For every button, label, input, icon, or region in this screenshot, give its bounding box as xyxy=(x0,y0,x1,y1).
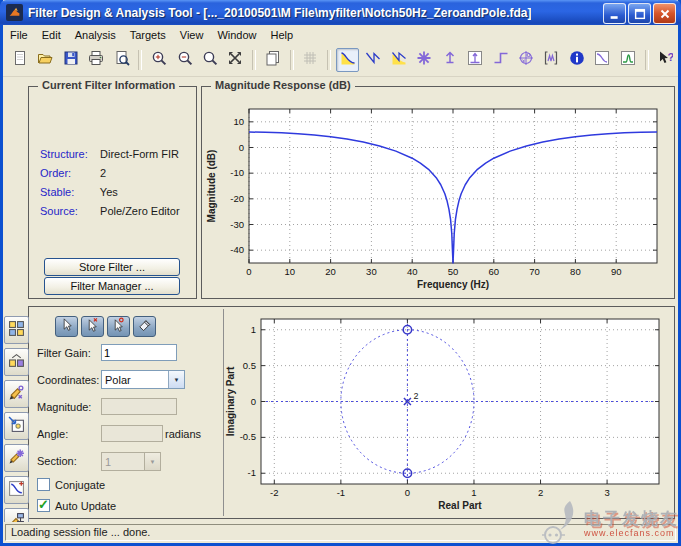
svg-text:2: 2 xyxy=(413,391,418,401)
zoom-out-icon xyxy=(177,50,193,70)
grid-icon xyxy=(302,50,318,70)
print-button[interactable] xyxy=(84,48,107,72)
title-bar: Filter Design & Analysis Tool - [..._201… xyxy=(0,0,681,25)
zoom-in-button[interactable] xyxy=(147,48,170,72)
stable-value: Yes xyxy=(100,186,118,198)
delete-pole-zero-button[interactable] xyxy=(133,316,156,337)
panel-title: Magnitude Response (dB) xyxy=(211,79,355,91)
add-zero-button[interactable] xyxy=(107,316,130,337)
svg-text:90: 90 xyxy=(611,266,622,277)
group-delay-button[interactable] xyxy=(412,48,435,72)
import-filter-icon xyxy=(8,416,25,437)
print-icon xyxy=(88,50,104,70)
coordinates-label: Coordinates: xyxy=(37,374,99,386)
svg-text:1: 1 xyxy=(471,487,476,498)
quantization-sidebar-button[interactable] xyxy=(4,444,29,472)
add-zero-icon xyxy=(111,317,126,336)
structure-value: Direct-Form FIR xyxy=(100,148,179,160)
grid-button xyxy=(299,48,322,72)
chevron-down-icon: ▼ xyxy=(144,453,160,470)
svg-text:-10: -10 xyxy=(230,167,244,178)
step-response-button[interactable] xyxy=(489,48,512,72)
svg-text:-2: -2 xyxy=(270,487,278,498)
noise-psd-button[interactable] xyxy=(616,48,639,72)
window-title: Filter Design & Analysis Tool - [..._201… xyxy=(28,6,531,20)
full-view-icon xyxy=(227,50,243,70)
auto-update-label: Auto Update xyxy=(55,500,116,512)
window-controls xyxy=(603,3,676,24)
open-folder-button[interactable] xyxy=(33,48,56,72)
design-filter-sidebar-button[interactable] xyxy=(4,476,29,504)
current-filter-information-panel: Current Filter Information Structure: Di… xyxy=(28,86,197,299)
multirate-filter-sidebar-button[interactable] xyxy=(4,348,29,376)
menu-analysis[interactable]: Analysis xyxy=(68,27,123,43)
pole-zero-editor-sidebar-button[interactable] xyxy=(4,380,29,408)
new-document-icon xyxy=(12,50,28,70)
svg-text:10: 10 xyxy=(285,266,296,277)
minimize-button[interactable] xyxy=(603,3,626,24)
add-pole-button[interactable] xyxy=(81,316,104,337)
phase-response-button[interactable] xyxy=(361,48,384,72)
save-button[interactable] xyxy=(59,48,82,72)
menu-targets[interactable]: Targets xyxy=(123,27,173,43)
menu-help[interactable]: Help xyxy=(264,27,301,43)
conjugate-checkbox[interactable] xyxy=(37,478,50,491)
filter-info-button[interactable] xyxy=(565,48,588,72)
menu-view[interactable]: View xyxy=(173,27,211,43)
zoom-out-button[interactable] xyxy=(173,48,196,72)
svg-text:60: 60 xyxy=(489,266,500,277)
magnitude-response-plot: 0102030405060708090-40-30-20-10010Freque… xyxy=(204,99,670,295)
svg-text:40: 40 xyxy=(407,266,418,277)
coordinates-select[interactable]: Polar ▼ xyxy=(101,370,185,389)
save-icon xyxy=(63,50,79,70)
source-row: Source: Pole/Zero Editor xyxy=(40,205,180,217)
filter-coefficients-icon xyxy=(543,50,559,70)
svg-text:0: 0 xyxy=(239,142,244,153)
filter-manager-sidebar-button[interactable] xyxy=(4,316,29,344)
full-view-button[interactable] xyxy=(224,48,247,72)
filter-manager-button[interactable]: Filter Manager ... xyxy=(44,277,180,295)
new-document-button[interactable] xyxy=(8,48,31,72)
magnitude-response-button[interactable] xyxy=(336,48,359,72)
close-button[interactable] xyxy=(653,3,676,24)
pole-zero-plot[interactable]: -2-10123-1-0.500.51Real PartImaginary Pa… xyxy=(225,309,671,516)
new-window-button[interactable] xyxy=(261,48,284,72)
toolbar-separator xyxy=(252,50,256,70)
impulse-response-icon xyxy=(467,50,483,70)
toolbar-separator xyxy=(327,50,331,70)
svg-text:70: 70 xyxy=(529,266,540,277)
import-filter-sidebar-button[interactable] xyxy=(4,412,29,440)
menu-file[interactable]: File xyxy=(3,27,35,43)
filter-manager-icon xyxy=(8,320,25,341)
zoom-xy-button[interactable] xyxy=(198,48,221,72)
svg-text:0: 0 xyxy=(405,487,410,498)
menu-edit[interactable]: Edit xyxy=(35,27,68,43)
multirate-filter-icon xyxy=(8,352,25,373)
phase-delay-button[interactable] xyxy=(438,48,461,72)
store-filter-button[interactable]: Store Filter ... xyxy=(44,258,180,276)
auto-update-checkbox[interactable] xyxy=(37,499,50,512)
fdatool-window: Filter Design & Analysis Tool - [..._201… xyxy=(0,0,681,546)
magnitude-phase-button[interactable] xyxy=(387,48,410,72)
svg-text:-1: -1 xyxy=(248,467,256,478)
svg-text:80: 80 xyxy=(570,266,581,277)
angle-unit-label: radians xyxy=(165,428,201,440)
filter-gain-input[interactable] xyxy=(101,344,177,361)
print-preview-button[interactable] xyxy=(110,48,133,72)
magnitude-label: Magnitude: xyxy=(37,401,91,413)
context-help-button[interactable]: ? xyxy=(654,48,677,72)
impulse-response-button[interactable] xyxy=(463,48,486,72)
pole-zero-plot-icon xyxy=(518,50,534,70)
pole-zero-plot-button[interactable] xyxy=(514,48,537,72)
maximize-button[interactable] xyxy=(628,3,651,24)
order-row: Order: 2 xyxy=(40,167,106,179)
magnitude-estimate-button[interactable] xyxy=(591,48,614,72)
pole-zero-editor-icon xyxy=(8,384,25,405)
toolbar-separator xyxy=(645,50,649,70)
move-pole-zero-button[interactable] xyxy=(55,316,78,337)
stable-row: Stable: Yes xyxy=(40,186,118,198)
open-folder-icon xyxy=(37,50,53,70)
filter-coefficients-button[interactable] xyxy=(540,48,563,72)
menu-window[interactable]: Window xyxy=(210,27,263,43)
stable-label: Stable: xyxy=(40,186,97,198)
